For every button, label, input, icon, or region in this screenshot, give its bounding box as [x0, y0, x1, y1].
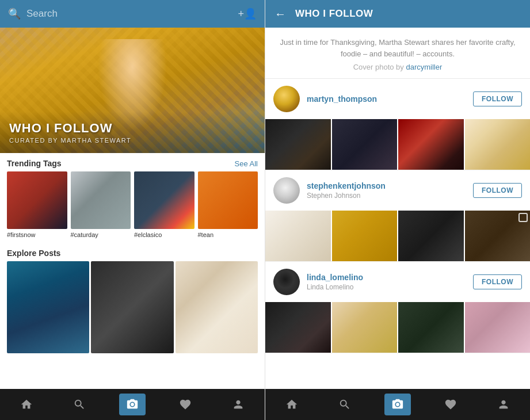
user-row-martyn: martyn_thompson FOLLOW — [265, 79, 530, 170]
left-panel: 🔍 Search +👤 WHO I FOLLOW CURATED BY MART… — [0, 0, 265, 420]
right-panel-title: WHO I FOLLOW — [295, 8, 373, 20]
nav-profile-button[interactable] — [225, 394, 251, 415]
explore-post-2[interactable] — [91, 261, 173, 353]
user-row-linda: linda_lomelino Linda Lomelino FOLLOW — [265, 262, 530, 353]
username-martyn[interactable]: martyn_thompson — [307, 94, 466, 104]
hero-overlay: WHO I FOLLOW CURATED BY MARTHA STEWART — [0, 112, 265, 153]
strip-photo-linda-3[interactable] — [398, 302, 464, 353]
explore-post-1[interactable] — [7, 261, 89, 353]
strip-photo-martyn-2[interactable] — [332, 119, 398, 170]
right-panel: ← WHO I FOLLOW Just in time for Thanksgi… — [265, 0, 530, 420]
display-name-stephen: Stephen Johnson — [307, 192, 466, 200]
trending-thumb-2 — [71, 171, 131, 229]
strip-photo-martyn-4[interactable] — [465, 119, 531, 170]
username-stephen[interactable]: stephenkentjohnson — [307, 181, 466, 190]
follow-button-linda[interactable]: FOLLOW — [473, 274, 522, 289]
user-details-martyn: martyn_thompson — [307, 94, 466, 104]
right-bottom-nav — [265, 389, 530, 420]
nav-heart-button[interactable] — [172, 394, 199, 415]
right-nav-search-button[interactable] — [331, 394, 358, 415]
search-left: 🔍 Search — [8, 7, 58, 20]
add-user-button[interactable]: +👤 — [238, 7, 257, 20]
list-item[interactable]: #tean — [198, 171, 258, 238]
cover-credit-label: Cover photo by — [353, 63, 406, 71]
right-nav-heart-button[interactable] — [437, 394, 464, 415]
username-linda[interactable]: linda_lomelino — [307, 273, 466, 282]
thumb-image-1 — [7, 171, 67, 229]
strip-photo-martyn-1[interactable] — [265, 119, 331, 170]
hero-subtitle: CURATED BY MARTHA STEWART — [9, 137, 256, 144]
description-text: Just in time for Thanksgiving, Martha St… — [277, 37, 518, 59]
search-placeholder[interactable]: Search — [26, 8, 58, 20]
cover-credit: Cover photo by darcymiller — [277, 63, 518, 71]
right-nav-profile-button[interactable] — [490, 394, 517, 415]
trending-tag-4: #tean — [198, 231, 258, 238]
user-row-stephen: stephenkentjohnson Stephen Johnson FOLLO… — [265, 170, 530, 262]
video-indicator-icon — [518, 213, 528, 222]
nav-home-button[interactable] — [13, 394, 40, 415]
hero-title: WHO I FOLLOW — [9, 121, 256, 136]
strip-photo-linda-4[interactable] — [465, 302, 531, 353]
display-name-linda: Linda Lomelino — [307, 283, 466, 291]
user-details-linda: linda_lomelino Linda Lomelino — [307, 273, 466, 291]
see-all-link[interactable]: See All — [235, 159, 258, 168]
trending-tag-3: #elclasico — [134, 231, 195, 238]
photo-strip-linda — [265, 302, 530, 353]
follow-button-stephen[interactable]: FOLLOW — [473, 183, 522, 198]
strip-photo-stephen-2[interactable] — [332, 211, 398, 261]
list-item[interactable]: #elclasico — [134, 171, 195, 238]
strip-photo-stephen-4[interactable] — [465, 211, 531, 261]
strip-photo-stephen-3[interactable] — [398, 211, 464, 261]
avatar-linda[interactable] — [273, 269, 300, 295]
trending-tag-2: #caturday — [71, 231, 131, 238]
trending-thumb-4 — [198, 171, 258, 229]
trending-tag-1: #firstsnow — [7, 231, 67, 238]
avatar-martyn[interactable] — [273, 86, 300, 112]
explore-title: Explore Posts — [7, 249, 60, 258]
right-header: ← WHO I FOLLOW — [265, 0, 530, 28]
user-info-linda: linda_lomelino Linda Lomelino FOLLOW — [265, 262, 530, 302]
nav-camera-button[interactable] — [119, 394, 146, 415]
strip-photo-martyn-3[interactable] — [398, 119, 464, 170]
trending-title: Trending Tags — [7, 159, 62, 168]
trending-grid: #firstsnow #caturday #elclasico #tean — [0, 171, 265, 243]
explore-post-3[interactable] — [176, 261, 258, 353]
trending-header: Trending Tags See All — [0, 153, 265, 171]
strip-photo-stephen-1[interactable] — [265, 211, 331, 261]
user-info-martyn: martyn_thompson FOLLOW — [265, 79, 530, 119]
nav-search-button[interactable] — [66, 394, 93, 415]
hero-banner: WHO I FOLLOW CURATED BY MARTHA STEWART — [0, 28, 265, 153]
back-button[interactable]: ← — [274, 7, 286, 21]
strip-photo-linda-2[interactable] — [332, 302, 398, 353]
description-block: Just in time for Thanksgiving, Martha St… — [265, 28, 530, 79]
follow-button-martyn[interactable]: FOLLOW — [473, 91, 522, 106]
left-bottom-nav — [0, 389, 265, 420]
photo-strip-stephen — [265, 211, 530, 261]
explore-header: Explore Posts — [0, 243, 265, 261]
explore-grid — [0, 261, 265, 353]
explore-section: Explore Posts — [0, 243, 265, 389]
right-nav-home-button[interactable] — [279, 394, 305, 415]
search-bar: 🔍 Search +👤 — [0, 0, 265, 28]
photo-strip-martyn — [265, 119, 530, 170]
trending-thumb-1 — [7, 171, 67, 229]
search-icon: 🔍 — [8, 7, 21, 20]
avatar-stephen[interactable] — [273, 177, 300, 204]
user-info-stephen: stephenkentjohnson Stephen Johnson FOLLO… — [265, 170, 530, 211]
strip-photo-linda-1[interactable] — [265, 302, 331, 353]
list-item[interactable]: #caturday — [71, 171, 131, 238]
right-content: Just in time for Thanksgiving, Martha St… — [265, 28, 530, 389]
trending-thumb-3 — [134, 171, 195, 229]
user-details-stephen: stephenkentjohnson Stephen Johnson — [307, 181, 466, 200]
cover-credit-user-link[interactable]: darcymiller — [406, 63, 442, 71]
right-nav-camera-button[interactable] — [384, 394, 411, 415]
list-item[interactable]: #firstsnow — [7, 171, 67, 238]
